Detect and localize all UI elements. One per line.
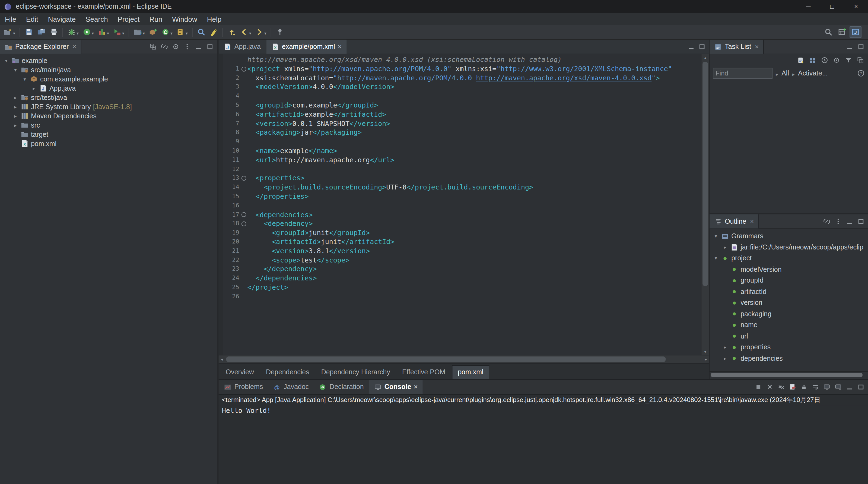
javadoc-view-tab[interactable]: @ Javadoc [268, 380, 314, 394]
expand-arrow-icon[interactable] [12, 95, 19, 100]
collapse-all-button[interactable] [148, 41, 158, 52]
categorized-button[interactable] [807, 55, 818, 66]
dropdown-arrow-icon[interactable] [264, 28, 267, 36]
new-java-project-button[interactable]: J [132, 26, 147, 38]
new-package-button[interactable] [147, 26, 159, 38]
dropdown-arrow-icon[interactable] [91, 28, 94, 36]
dependencies-page-tab[interactable]: Dependencies [260, 366, 315, 379]
expand-arrow-icon[interactable] [3, 58, 9, 63]
close-view-icon[interactable] [71, 43, 76, 51]
scrollbar-thumb[interactable] [711, 373, 863, 377]
scroll-lock-button[interactable] [799, 382, 809, 392]
view-menu-button[interactable] [182, 41, 193, 52]
open-console-button[interactable] [833, 382, 844, 392]
scope-all-button[interactable]: All [781, 69, 789, 77]
forward-button[interactable] [253, 26, 268, 38]
save-all-button[interactable] [35, 26, 47, 38]
close-view-icon[interactable] [414, 383, 417, 391]
dropdown-arrow-icon[interactable] [170, 28, 173, 36]
tree-item[interactable]: x pom.xml [0, 139, 217, 148]
vertical-scrollbar[interactable] [701, 54, 709, 355]
dropdown-arrow-icon[interactable] [142, 28, 145, 36]
tree-item[interactable]: src [0, 121, 217, 130]
close-view-icon[interactable] [749, 218, 754, 225]
close-view-icon[interactable] [754, 43, 758, 51]
back-button[interactable] [238, 26, 253, 38]
close-tab-icon[interactable] [338, 43, 342, 51]
pom.xml-page-tab[interactable]: pom.xml [452, 365, 489, 379]
dependency-hierarchy-page-tab[interactable]: Dependency Hierarchy [316, 366, 396, 379]
tree-item[interactable]: dependencies [710, 353, 868, 364]
tree-item[interactable]: name [710, 320, 868, 331]
overview-page-tab[interactable]: Overview [220, 366, 259, 379]
minimize-button[interactable] [844, 382, 855, 392]
outline-horizontal-scrollbar[interactable] [710, 371, 868, 379]
expand-arrow-icon[interactable] [22, 76, 28, 82]
word-wrap-button[interactable] [810, 382, 821, 392]
tree-item[interactable]: project [710, 253, 868, 264]
package-explorer-tree[interactable]: example src/main/java com.example.exampl… [0, 54, 217, 484]
scrollbar-track[interactable] [225, 355, 703, 363]
expand-arrow-icon[interactable] [722, 356, 728, 361]
display-selected-console-button[interactable] [821, 382, 832, 392]
fold-marker-icon[interactable] [240, 64, 247, 73]
console-view-tab[interactable]: Console [369, 380, 423, 394]
run-button[interactable] [81, 26, 95, 38]
help-menu[interactable]: Help [202, 13, 226, 25]
run-menu[interactable]: Run [145, 13, 167, 25]
horizontal-scrollbar[interactable] [219, 355, 709, 363]
terminate-button[interactable] [753, 382, 764, 392]
activate-button[interactable]: Activate... [798, 69, 828, 77]
remove-all-terminated-button[interactable] [776, 382, 786, 392]
open-task-button[interactable] [175, 26, 189, 38]
view-menu-button[interactable] [833, 216, 844, 227]
maximize-button[interactable] [205, 41, 215, 52]
close-window-button[interactable]: × [844, 0, 868, 13]
search-button[interactable] [195, 26, 207, 38]
save-button[interactable] [23, 26, 35, 38]
tree-item[interactable]: jar:file:/C:/Users/meowr/scoop/apps/ecli… [710, 242, 868, 253]
navigate-menu[interactable]: Navigate [43, 13, 81, 25]
tree-item[interactable]: url [710, 331, 868, 342]
expand-arrow-icon[interactable] [12, 67, 19, 72]
pin-editor-button[interactable] [274, 26, 286, 38]
open-perspective-button[interactable] [836, 26, 848, 38]
console-output[interactable]: Hello World! [219, 405, 868, 484]
clear-console-button[interactable] [787, 382, 798, 392]
new-task-button[interactable] [795, 55, 806, 66]
filter-button[interactable] [843, 55, 854, 66]
print-button[interactable] [48, 26, 60, 38]
minimize-button[interactable] [844, 41, 855, 52]
dropdown-arrow-icon[interactable] [12, 28, 15, 36]
tree-item[interactable]: properties [710, 342, 868, 353]
window-menu[interactable]: Window [167, 13, 202, 25]
new-class-button[interactable]: C [159, 26, 174, 38]
maximize-button[interactable] [856, 382, 866, 392]
minimize-button[interactable] [844, 216, 855, 227]
maximize-view-button[interactable] [696, 41, 707, 52]
maximize-button[interactable] [856, 41, 866, 52]
tree-item[interactable]: target [0, 130, 217, 139]
find-input[interactable] [713, 68, 773, 79]
declaration-view-tab[interactable]: Declaration [314, 380, 369, 394]
scroll-up-icon[interactable] [702, 54, 709, 61]
project-menu[interactable]: Project [113, 13, 145, 25]
remove-launch-button[interactable] [764, 382, 775, 392]
tree-item[interactable]: JRE System Library [JavaSE-1.8] [0, 102, 217, 111]
help-icon[interactable]: ? [857, 69, 865, 77]
expand-arrow-icon[interactable] [12, 122, 19, 128]
tree-item[interactable]: Maven Dependencies [0, 111, 217, 121]
dropdown-arrow-icon[interactable] [76, 28, 79, 36]
tree-item[interactable]: packaging [710, 308, 868, 320]
app.java-tab[interactable]: J App.java [219, 40, 266, 54]
tree-item[interactable]: version [710, 297, 868, 308]
effective-pom-page-tab[interactable]: Effective POM [397, 366, 451, 379]
search-menu[interactable]: Search [81, 13, 113, 25]
last-edit-location-button[interactable] [226, 26, 238, 38]
tree-item[interactable]: modelVersion [710, 264, 868, 275]
tree-item[interactable]: artifactId [710, 286, 868, 297]
tree-item[interactable]: J App.java [0, 84, 217, 93]
tree-item[interactable]: groupId [710, 275, 868, 286]
file-menu[interactable]: File [0, 13, 21, 25]
example-pom.xml-tab[interactable]: x example/pom.xml [266, 40, 347, 54]
